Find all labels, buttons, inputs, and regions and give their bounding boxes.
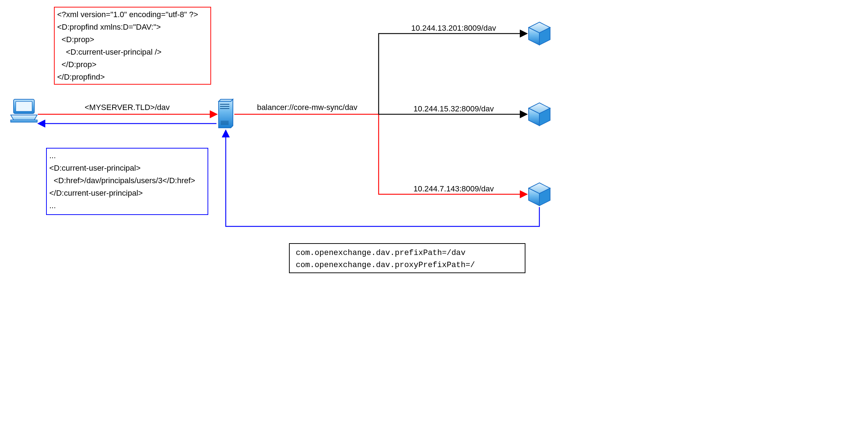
config-line1: com.openexchange.dav.prefixPath=/dav: [296, 249, 465, 257]
cube-backend-3-icon: [529, 183, 550, 206]
request-xml-line1: <?xml version="1.0" encoding="utf-8" ?>: [57, 10, 198, 19]
laptop-icon: [11, 99, 37, 122]
cube-backend-1-icon: [529, 22, 550, 45]
response-xml-line1: ...: [49, 151, 56, 160]
request-xml-line6: </D:propfind>: [57, 72, 105, 81]
arrow-branch-to-backend1: [379, 34, 527, 114]
label-lb-to-pool: balancer://core-mw-sync/dav: [257, 103, 357, 112]
svg-rect-8: [221, 121, 229, 125]
label-backend2: 10.244.15.32:8009/dav: [413, 104, 494, 113]
response-xml-line4: </D:current-user-principal>: [49, 189, 143, 197]
label-backend3: 10.244.7.143:8009/dav: [413, 184, 494, 193]
arrow-backend3-to-lb: [226, 131, 539, 226]
config-line2: com.openexchange.dav.proxyPrefixPath=/: [296, 261, 475, 270]
request-xml-line3: <D:prop>: [57, 35, 94, 44]
request-xml-line4: <D:current-user-principal />: [57, 47, 161, 56]
cube-backend-2-icon: [529, 103, 550, 126]
request-xml-box: <?xml version="1.0" encoding="utf-8" ?> …: [54, 7, 211, 84]
response-xml-line3: <D:href>/dav/principals/users/3</D:href>: [49, 176, 195, 185]
label-client-to-lb: <MYSERVER.TLD>/dav: [85, 103, 170, 112]
arrow-branch-to-backend3: [379, 114, 527, 194]
label-backend1: 10.244.13.201:8009/dav: [411, 24, 496, 32]
server-icon: [219, 99, 233, 128]
response-xml-box: ... <D:current-user-principal> <D:href>/…: [46, 148, 208, 215]
request-xml-line5: </D:prop>: [57, 60, 96, 69]
svg-rect-4: [16, 101, 32, 111]
response-xml-line5: ...: [49, 201, 56, 210]
request-xml-line2: <D:propfind xmlns:D="DAV:">: [57, 22, 161, 31]
response-xml-line2: <D:current-user-principal>: [49, 164, 141, 172]
config-box: com.openexchange.dav.prefixPath=/dav com…: [289, 244, 525, 273]
